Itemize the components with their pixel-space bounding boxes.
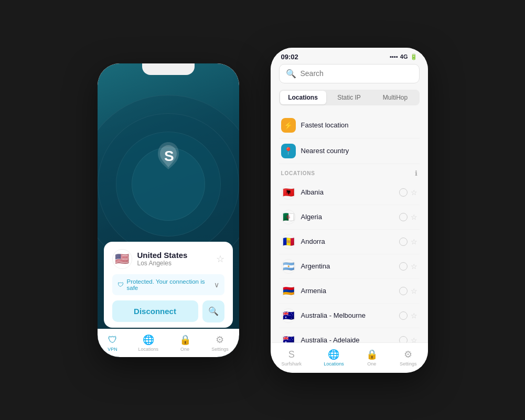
surfshark-nav-icon: S xyxy=(288,349,295,360)
rnav-label-settings: Settings xyxy=(400,361,417,367)
search-input[interactable] xyxy=(301,69,413,78)
name-argentina: Argentina xyxy=(301,262,399,270)
nav-label-settings: Settings xyxy=(211,347,229,352)
star-andorra[interactable]: ☆ xyxy=(411,238,417,246)
tab-locations[interactable]: Locations xyxy=(280,91,326,104)
nav-item-settings[interactable]: ⚙ Settings xyxy=(211,334,229,352)
rnav-locations[interactable]: 🌐 Locations xyxy=(324,349,344,367)
name-algeria: Algeria xyxy=(301,213,399,221)
name-albania: Albania xyxy=(301,188,399,196)
tab-multihop[interactable]: MultiHop xyxy=(372,91,419,104)
nearest-label: Nearest country xyxy=(301,147,349,155)
location-info: 🇺🇸 United States Los Angeles xyxy=(112,249,188,269)
flag-argentina: 🇦🇷 xyxy=(281,259,296,274)
star-algeria[interactable]: ☆ xyxy=(411,213,417,221)
flag-andorra: 🇦🇩 xyxy=(281,234,296,249)
info-icon[interactable]: ℹ xyxy=(415,169,417,177)
radio-algeria[interactable] xyxy=(399,213,408,221)
radio-albania[interactable] xyxy=(399,188,408,197)
chevron-down-icon: ∨ xyxy=(214,281,219,289)
name-andorra: Andorra xyxy=(301,238,399,245)
left-bottom-nav: 🛡 VPN 🌐 Locations 🔒 One ⚙ Settings xyxy=(98,329,239,357)
globe-icon: 🌐 xyxy=(143,334,154,346)
nav-item-one[interactable]: 🔒 One xyxy=(179,334,191,352)
left-phone: S 🇺🇸 United States Los Angeles ☆ 🛡 Prote… xyxy=(98,63,239,357)
actions-andorra: ☆ xyxy=(399,238,417,246)
nav-item-vpn[interactable]: 🛡 VPN xyxy=(108,335,117,352)
section-header: LOCATIONS ℹ xyxy=(279,164,420,180)
flag-albania: 🇦🇱 xyxy=(281,185,296,200)
location-row: 🇺🇸 United States Los Angeles ☆ xyxy=(112,249,224,269)
fastest-label: Fastest location xyxy=(301,121,349,129)
search-bar[interactable]: 🔍 xyxy=(279,64,420,83)
protected-row[interactable]: 🛡 Protected. Your connection is safe ∨ xyxy=(112,274,224,295)
tab-static-ip[interactable]: Static IP xyxy=(326,91,372,104)
battery-icon: 🔋 xyxy=(410,53,417,60)
star-albania[interactable]: ☆ xyxy=(411,188,417,197)
disconnect-button[interactable]: Disconnect xyxy=(112,300,198,322)
name-armenia: Armenia xyxy=(301,287,399,295)
shield-icon: 🛡 xyxy=(117,282,124,288)
actions-argentina: ☆ xyxy=(399,262,417,271)
bottom-card: 🇺🇸 United States Los Angeles ☆ 🛡 Protect… xyxy=(104,242,233,328)
search-icon: 🔍 xyxy=(286,69,296,79)
rnav-label-locations: Locations xyxy=(324,361,344,367)
tabs-row: Locations Static IP MultiHop xyxy=(279,90,420,105)
country-list: 🇦🇱 Albania ☆ 🇩🇿 Algeria ☆ 🇦🇩 Andorra xyxy=(279,180,420,369)
radio-argentina[interactable] xyxy=(399,262,408,271)
actions-algeria: ☆ xyxy=(399,213,417,221)
svg-text:S: S xyxy=(164,148,174,164)
nav-label-locations: Locations xyxy=(138,347,158,352)
left-screen: S 🇺🇸 United States Los Angeles ☆ 🛡 Prote… xyxy=(98,63,239,357)
radio-andorra[interactable] xyxy=(399,238,408,246)
rnav-label-surfshark: Surfshark xyxy=(282,361,302,367)
right-phone: 09:02 ▪▪▪▪ 4G 🔋 🔍 Locations Static IP Mu… xyxy=(271,48,428,373)
disconnect-row: Disconnect 🔍 xyxy=(112,300,224,322)
one-nav-icon: 🔒 xyxy=(366,349,378,360)
flag-algeria: 🇩🇿 xyxy=(281,210,296,224)
nearest-country-item[interactable]: 📍 Nearest country xyxy=(279,138,420,164)
nav-item-locations[interactable]: 🌐 Locations xyxy=(138,334,158,352)
surfshark-logo: S xyxy=(154,141,183,178)
shield-icon: 🛡 xyxy=(108,335,117,346)
radio-armenia[interactable] xyxy=(399,287,408,295)
left-notch xyxy=(142,63,195,75)
radio-australia-melbourne[interactable] xyxy=(399,311,408,320)
status-icons: ▪▪▪▪ 4G 🔋 xyxy=(390,53,417,60)
name-australia-melbourne: Australia - Melbourne xyxy=(301,311,399,319)
country-name: United States xyxy=(137,251,188,260)
right-bottom-nav: S Surfshark 🌐 Locations 🔒 One ⚙ Settings xyxy=(271,342,428,373)
network-type: 4G xyxy=(400,53,408,60)
globe-nav-icon: 🌐 xyxy=(328,349,339,360)
country-australia-melbourne[interactable]: 🇦🇺 Australia - Melbourne ☆ xyxy=(279,304,420,328)
signal-icon: ▪▪▪▪ xyxy=(390,53,398,60)
location-text: United States Los Angeles xyxy=(137,251,188,267)
star-armenia[interactable]: ☆ xyxy=(411,287,417,295)
country-algeria[interactable]: 🇩🇿 Algeria ☆ xyxy=(279,205,420,230)
flag-australia-melbourne: 🇦🇺 xyxy=(281,308,296,323)
actions-australia-melbourne: ☆ xyxy=(399,311,417,320)
rnav-one[interactable]: 🔒 One xyxy=(366,349,378,367)
favorite-button[interactable]: ☆ xyxy=(216,253,224,265)
star-argentina[interactable]: ☆ xyxy=(411,262,417,271)
country-albania[interactable]: 🇦🇱 Albania ☆ xyxy=(279,180,420,205)
rnav-label-one: One xyxy=(367,361,376,367)
actions-albania: ☆ xyxy=(399,188,417,197)
city-name: Los Angeles xyxy=(137,260,188,267)
section-label: LOCATIONS xyxy=(281,170,315,176)
time-display: 09:02 xyxy=(281,53,298,61)
country-armenia[interactable]: 🇦🇲 Armenia ☆ xyxy=(279,279,420,304)
rnav-surfshark[interactable]: S Surfshark xyxy=(282,349,302,367)
search-button[interactable]: 🔍 xyxy=(202,300,224,322)
actions-armenia: ☆ xyxy=(399,287,417,295)
country-argentina[interactable]: 🇦🇷 Argentina ☆ xyxy=(279,254,420,279)
rnav-settings[interactable]: ⚙ Settings xyxy=(400,349,417,367)
star-australia-melbourne[interactable]: ☆ xyxy=(411,311,417,320)
nearest-icon: 📍 xyxy=(281,144,296,158)
right-notch xyxy=(320,48,378,58)
fastest-location-item[interactable]: ⚡ Fastest location xyxy=(279,113,420,138)
nav-label-one: One xyxy=(180,347,189,352)
one-icon: 🔒 xyxy=(179,334,191,346)
flag-circle: 🇺🇸 xyxy=(112,249,132,269)
country-andorra[interactable]: 🇦🇩 Andorra ☆ xyxy=(279,230,420,254)
